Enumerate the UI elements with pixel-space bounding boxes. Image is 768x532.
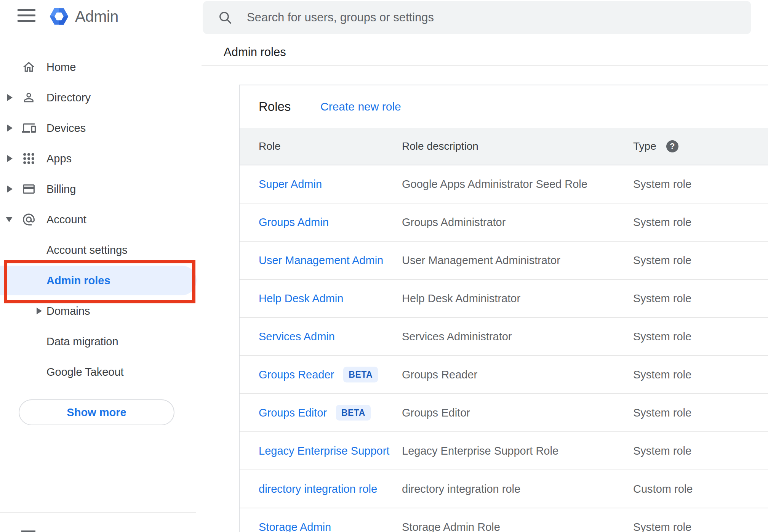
role-link-groups-editor[interactable]: Groups Editor <box>259 407 327 419</box>
role-link-groups-admin[interactable]: Groups Admin <box>259 216 329 228</box>
sidebar-item-label: Account <box>46 213 86 226</box>
sidebar-item-label: Apps <box>46 152 72 165</box>
sidebar-item-data-migration[interactable]: Data migration <box>0 326 196 357</box>
card-icon <box>22 182 36 196</box>
role-link-super-admin[interactable]: Super Admin <box>259 178 322 190</box>
column-header-type: Type ? <box>633 140 678 152</box>
role-type-cell: System role <box>633 254 691 267</box>
table-row: Groups ReaderBETAGroups ReaderSystem rol… <box>240 356 768 394</box>
role-link-user-management-admin[interactable]: User Management Admin <box>259 254 383 266</box>
role-description-cell: Groups Editor <box>402 407 470 419</box>
column-header-description: Role description <box>402 140 478 152</box>
table-body: Super AdminGoogle Apps Administrator See… <box>240 165 768 532</box>
sidebar-item-label: Google Takeout <box>46 366 124 378</box>
role-cell: User Management Admin <box>259 254 383 267</box>
table-row: Groups AdminGroups AdministratorSystem r… <box>240 204 768 242</box>
apps-icon <box>22 152 36 166</box>
search-placeholder: Search for users, groups or settings <box>247 11 434 24</box>
sidebar-item-devices[interactable]: Devices <box>0 113 196 143</box>
table-row: Groups EditorBETAGroups EditorSystem rol… <box>240 394 768 432</box>
role-cell: Help Desk Admin <box>259 292 343 305</box>
role-cell: Groups EditorBETA <box>259 405 371 421</box>
roles-card-header: Roles Create new role <box>240 85 768 128</box>
at-icon <box>22 213 36 227</box>
sidebar-item-apps[interactable]: Apps <box>0 143 196 174</box>
admin-logo-icon <box>48 6 70 27</box>
role-description-cell: Legacy Enterprise Support Role <box>402 445 558 457</box>
role-type-cell: System role <box>633 445 691 457</box>
role-description-cell: Groups Administrator <box>402 216 506 229</box>
role-link-storage-admin[interactable]: Storage Admin <box>259 521 331 532</box>
role-link-groups-reader[interactable]: Groups Reader <box>259 369 334 381</box>
sidebar-item-home[interactable]: Home <box>0 52 196 82</box>
table-row: directory integration roledirectory inte… <box>240 470 768 508</box>
sidebar-item-directory[interactable]: Directory <box>0 82 196 113</box>
create-new-role-link[interactable]: Create new role <box>320 100 401 113</box>
sidebar-header: Admin <box>0 0 196 42</box>
column-header-role: Role <box>259 140 281 152</box>
role-type-cell: Custom role <box>633 483 693 495</box>
sidebar-item-label: Devices <box>46 122 86 135</box>
roles-card: Roles Create new role Role Role descript… <box>239 85 768 532</box>
show-more-button[interactable]: Show more <box>19 399 174 425</box>
role-cell: Groups ReaderBETA <box>259 367 378 383</box>
admin-logo-text: Admin <box>75 8 118 26</box>
role-description-cell: directory integration role <box>402 483 520 495</box>
search-input[interactable]: Search for users, groups or settings <box>203 1 751 34</box>
person-icon <box>22 91 36 105</box>
table-row: Help Desk AdminHelp Desk AdministratorSy… <box>240 280 768 318</box>
roles-title: Roles <box>259 99 291 114</box>
sidebar-item-account[interactable]: Account <box>0 204 196 235</box>
role-description-cell: Storage Admin Role <box>402 521 500 532</box>
chevron-right-icon[interactable] <box>37 308 42 314</box>
sidebar-item-label: Domains <box>46 305 90 317</box>
sidebar-item-billing[interactable]: Billing <box>0 174 196 204</box>
title-divider <box>202 65 768 66</box>
table-row: Services AdminServices AdministratorSyst… <box>240 318 768 356</box>
sidebar-item-label: Billing <box>46 183 76 195</box>
sidebar-item-label: Directory <box>46 91 91 104</box>
sidebar-item-domains[interactable]: Domains <box>0 296 196 326</box>
table-row: Legacy Enterprise SupportLegacy Enterpri… <box>240 432 768 470</box>
table-row: User Management AdminUser Management Adm… <box>240 242 768 280</box>
chevron-right-icon[interactable] <box>7 94 13 101</box>
beta-badge: BETA <box>336 405 371 421</box>
role-cell: Super Admin <box>259 178 322 191</box>
sidebar-item-admin-roles[interactable]: Admin roles <box>0 265 196 296</box>
role-description-cell: Services Administrator <box>402 330 512 343</box>
role-link-directory-integration-role[interactable]: directory integration role <box>259 483 377 495</box>
role-description-cell: Google Apps Administrator Seed Role <box>402 178 587 191</box>
role-link-help-desk-admin[interactable]: Help Desk Admin <box>259 292 343 304</box>
role-cell: directory integration role <box>259 482 377 496</box>
sidebar-item-google-takeout[interactable]: Google Takeout <box>0 357 196 387</box>
role-link-legacy-enterprise-support[interactable]: Legacy Enterprise Support <box>259 445 389 457</box>
chevron-down-icon[interactable] <box>6 217 13 222</box>
sidebar-item-account-settings[interactable]: Account settings <box>0 235 196 265</box>
role-type-cell: System role <box>633 521 691 532</box>
sidebar-item-label: Account settings <box>46 244 128 256</box>
role-description-cell: Help Desk Administrator <box>402 292 520 305</box>
page-title: Admin roles <box>224 45 286 59</box>
role-type-cell: System role <box>633 330 691 343</box>
role-type-cell: System role <box>633 178 691 191</box>
home-icon <box>22 60 36 74</box>
search-icon <box>218 10 232 25</box>
role-cell: Legacy Enterprise Support <box>259 444 389 458</box>
role-cell: Groups Admin <box>259 216 329 229</box>
role-type-cell: System role <box>633 407 691 419</box>
role-description-cell: Groups Reader <box>402 369 477 381</box>
devices-icon <box>22 121 36 135</box>
beta-badge: BETA <box>343 367 378 383</box>
sidebar-item-label: Data migration <box>46 335 118 348</box>
chevron-right-icon[interactable] <box>7 186 13 192</box>
hamburger-menu-button[interactable] <box>18 9 35 24</box>
chevron-right-icon[interactable] <box>7 125 13 131</box>
role-type-cell: System role <box>633 292 691 305</box>
role-type-cell: System role <box>633 369 691 381</box>
chevron-right-icon[interactable] <box>7 155 13 162</box>
role-link-services-admin[interactable]: Services Admin <box>259 330 335 343</box>
partial-bottom-icon <box>21 530 35 532</box>
sidebar-nav: HomeDirectoryDevicesAppsBillingAccountAc… <box>0 52 196 387</box>
table-row: Storage AdminStorage Admin RoleSystem ro… <box>240 508 768 532</box>
help-icon[interactable]: ? <box>666 140 678 152</box>
